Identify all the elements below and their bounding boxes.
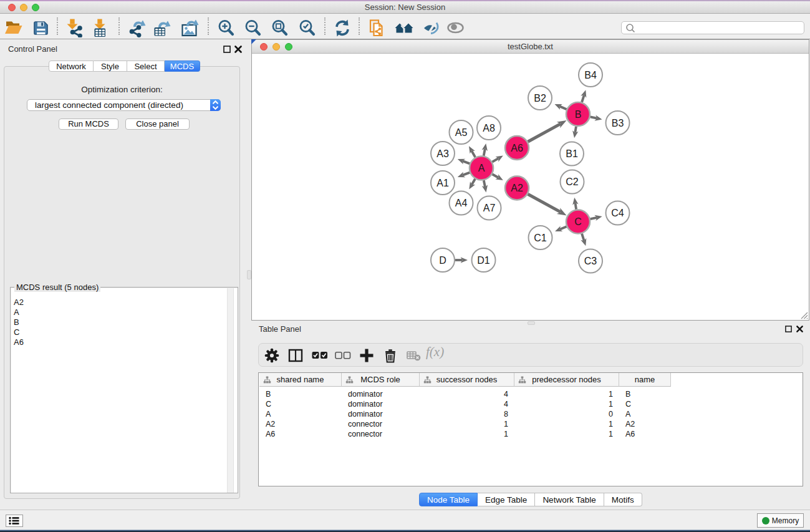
svg-text:C3: C3 <box>584 256 597 266</box>
svg-text:A4: A4 <box>455 198 468 208</box>
svg-text:C2: C2 <box>566 177 579 187</box>
svg-text:B: B <box>575 109 582 120</box>
svg-text:B2: B2 <box>534 93 546 104</box>
svg-text:B3: B3 <box>612 118 624 128</box>
svg-text:C4: C4 <box>611 208 624 218</box>
svg-text:A3: A3 <box>436 148 449 159</box>
svg-text:D: D <box>439 255 446 266</box>
svg-text:A6: A6 <box>511 143 523 153</box>
svg-text:A1: A1 <box>436 178 449 188</box>
svg-text:A5: A5 <box>455 127 468 138</box>
svg-text:A7: A7 <box>483 203 496 213</box>
svg-text:C1: C1 <box>534 233 547 243</box>
svg-text:B4: B4 <box>584 70 597 80</box>
svg-text:A2: A2 <box>511 183 523 193</box>
svg-text:A: A <box>478 163 485 173</box>
svg-text:A8: A8 <box>483 123 495 133</box>
svg-text:C: C <box>574 216 582 227</box>
svg-text:D1: D1 <box>477 255 490 266</box>
svg-text:B1: B1 <box>566 148 578 159</box>
